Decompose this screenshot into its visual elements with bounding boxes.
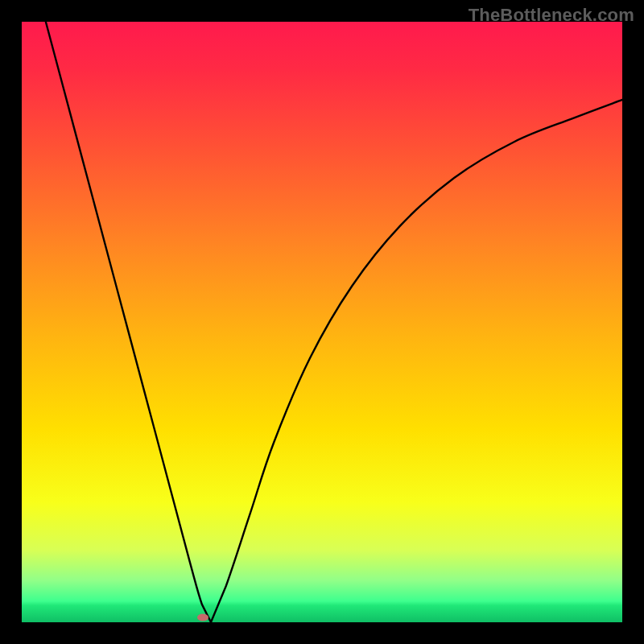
watermark-text: TheBottleneck.com <box>469 5 634 26</box>
curve-path <box>46 22 622 622</box>
chart-frame: TheBottleneck.com <box>0 0 644 644</box>
minimum-marker <box>197 614 208 621</box>
plot-area <box>22 22 622 622</box>
bottleneck-curve <box>22 22 622 622</box>
